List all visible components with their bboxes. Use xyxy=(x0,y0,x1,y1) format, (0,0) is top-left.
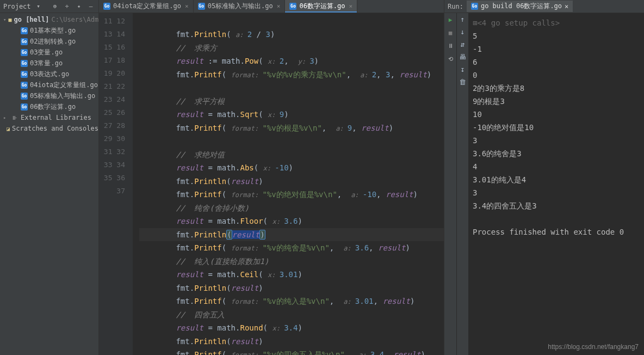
gear-icon[interactable]: ✦ xyxy=(75,2,83,11)
stop-icon[interactable]: ■ xyxy=(446,28,455,37)
scroll-icon[interactable]: ↧ xyxy=(461,65,465,74)
trash-icon[interactable]: 🗑 xyxy=(459,78,466,86)
up-icon[interactable]: ↑ xyxy=(461,15,465,23)
editor-tab[interactable]: Go04iota定义常量组.go× xyxy=(99,0,194,13)
dropdown-icon[interactable]: ▾ xyxy=(34,2,43,11)
console-output[interactable]: ⊞<4 go setup calls> 5 -1 6 0 2的3的乘方是8 9的… xyxy=(468,13,644,355)
collapse-icon[interactable]: ÷ xyxy=(63,2,71,11)
close-icon[interactable]: × xyxy=(277,3,281,10)
go-file-icon: Go xyxy=(21,49,28,56)
target-icon[interactable]: ⊕ xyxy=(51,2,59,11)
go-icon: Go xyxy=(289,3,296,10)
go-icon: Go xyxy=(198,3,205,10)
run-label: Run: xyxy=(448,3,463,10)
close-icon[interactable]: × xyxy=(349,3,353,10)
project-topbar: Project ▾ ⊕ ÷ ✦ — xyxy=(0,0,98,13)
go-file-icon: Go xyxy=(21,93,28,100)
watermark: https://blog.csdn.net/fangkang7 xyxy=(548,343,639,351)
tree-file[interactable]: Go06数字运算.go xyxy=(0,101,98,112)
pause-icon[interactable]: ⏸ xyxy=(446,41,455,50)
project-sidebar: Project ▾ ⊕ ÷ ✦ — ▾■ go [hell] C:\Users\… xyxy=(0,0,99,355)
project-label: Project xyxy=(3,3,31,10)
project-tree: ▾■ go [hell] C:\Users\Administrator\De G… xyxy=(0,13,98,355)
external-libraries[interactable]: ▸⊪External Libraries xyxy=(0,112,98,123)
go-file-icon: Go xyxy=(21,82,28,89)
go-icon: Go xyxy=(471,3,478,10)
go-file-icon: Go xyxy=(21,38,28,45)
editor-tab[interactable]: Go05标准输入与输出.go× xyxy=(194,0,286,13)
exit-icon[interactable]: ⟲ xyxy=(446,54,455,63)
close-icon[interactable]: × xyxy=(565,3,568,10)
editor-tab[interactable]: Go06数字运算.go× xyxy=(285,0,357,13)
tree-root[interactable]: ▾■ go [hell] C:\Users\Administrator\De xyxy=(0,14,98,25)
close-icon[interactable]: × xyxy=(185,3,189,10)
line-gutter: 11 12 13 14 15 16 17 18 19 20 21 22 23 2… xyxy=(99,13,133,355)
run-tab[interactable]: Go go build 06数字运算.go × xyxy=(467,1,573,12)
wrap-icon[interactable]: ⇵ xyxy=(461,40,465,48)
run-panel: Run: Go go build 06数字运算.go × ▶ ■ ⏸ ⟲ ↑ ↓ xyxy=(444,0,644,355)
down-icon[interactable]: ↓ xyxy=(461,28,465,36)
code-area[interactable]: fmt.Println( a: 2 / 3) // 求乘方 result := … xyxy=(133,13,444,355)
go-file-icon: Go xyxy=(21,71,28,78)
tree-file[interactable]: Go05标准输入与输出.go xyxy=(0,90,98,101)
tree-file[interactable]: Go03表达式.go xyxy=(0,69,98,79)
hide-icon[interactable]: — xyxy=(86,2,95,11)
go-file-icon: Go xyxy=(21,103,28,111)
tree-file[interactable]: Go02进制转换.go xyxy=(0,36,98,47)
tree-file[interactable]: Go04iota定义常量组.go xyxy=(0,79,98,90)
editor-pane: Go04iota定义常量组.go×Go05标准输入与输出.go×Go06数字运算… xyxy=(99,0,444,355)
run-toolbar-left: ▶ ■ ⏸ ⟲ xyxy=(444,13,456,355)
go-icon: Go xyxy=(103,3,110,10)
run-toolbar-2: ↑ ↓ ⇵ 🖶 ↧ 🗑 xyxy=(456,13,468,355)
scratches[interactable]: ◪Scratches and Consoles xyxy=(0,123,98,134)
tree-file[interactable]: Go03变量.go xyxy=(0,47,98,58)
tree-file[interactable]: Go03常量.go xyxy=(0,58,98,69)
editor-tabs: Go04iota定义常量组.go×Go05标准输入与输出.go×Go06数字运算… xyxy=(99,0,444,13)
tree-file[interactable]: Go01基本类型.go xyxy=(0,25,98,36)
rerun-icon[interactable]: ▶ xyxy=(446,15,455,24)
go-file-icon: Go xyxy=(21,60,28,67)
print-icon[interactable]: 🖶 xyxy=(459,53,466,61)
go-file-icon: Go xyxy=(21,27,28,34)
